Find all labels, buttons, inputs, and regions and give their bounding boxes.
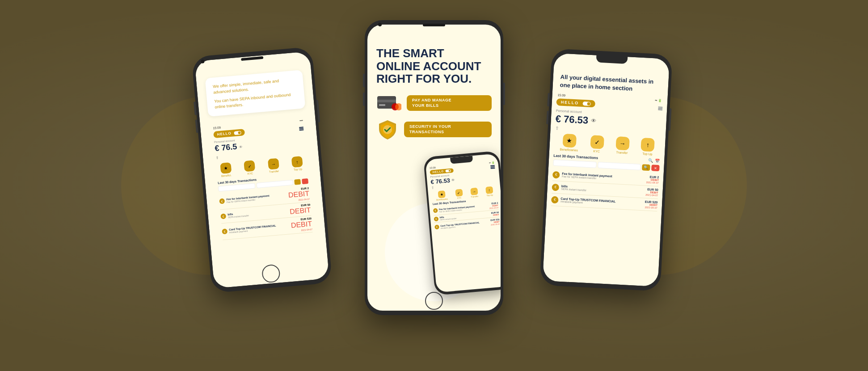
inner-action-transfer[interactable]: → Transfer — [470, 187, 478, 198]
phones-scene: We offer simple, immediate, safe and adv… — [166, 7, 702, 364]
right-transfer-icon: → — [615, 136, 630, 151]
topup-icon: ↑ — [291, 156, 303, 168]
volume-down-btn — [195, 119, 198, 133]
inner-kyc-icon: ✓ — [455, 189, 463, 196]
inner-phone-container: 15:09 ▪▪ 🔋 HELLO — [367, 158, 501, 292]
kyc-label: KYC — [247, 172, 253, 175]
right-tx-title: Last 30 days Transactions — [553, 154, 598, 160]
mini-action-beneficiaries[interactable]: ★ Benefici. — [220, 162, 232, 177]
mini-search-btn[interactable] — [294, 179, 301, 185]
inner-tx-2-icon: € — [434, 216, 438, 221]
center-volume-up — [363, 74, 365, 87]
right-volume-up — [547, 93, 550, 106]
center-volume-down — [363, 93, 365, 106]
right-action-ben[interactable]: ★ Beneficiaries — [560, 134, 579, 152]
inner-ben-icon: ★ — [438, 190, 445, 198]
right-balance: € 76.53 — [555, 113, 589, 126]
mini-tx-icon-2: € — [220, 214, 226, 219]
inner-eye: 👁 — [451, 178, 455, 182]
right-to-date-input[interactable] — [598, 162, 641, 170]
transfer-label: Transfer — [269, 170, 279, 173]
mini-clear-btn[interactable] — [302, 178, 308, 184]
security-badge-text: SECURITY IN YOURTRANSACTIONS — [409, 124, 486, 135]
right-phone-screen: All your digital essential assets in one… — [543, 53, 670, 287]
right-topup-icon: ↑ — [641, 138, 655, 152]
center-screen-content: THE SMARTONLINE ACCOUNTRIGHT FOR YOU. — [367, 25, 501, 311]
right-calendar-icon[interactable]: 📅 — [655, 159, 660, 164]
inner-tx-1-date: 2021-04-07 — [489, 207, 499, 210]
inner-action-topup[interactable]: ↑ Top Up — [485, 186, 493, 196]
svg-rect-2 — [379, 104, 385, 106]
center-home-button[interactable] — [425, 292, 443, 310]
right-tx-3-icon: € — [551, 196, 559, 204]
inner-tx-3-icon: € — [434, 224, 439, 229]
right-tx-action-icons: 🔍 📅 — [648, 158, 660, 163]
right-time: 15:09 — [557, 93, 565, 97]
right-filter-search-btn[interactable]: 🔍 — [642, 164, 650, 171]
inner-transfer-icon: → — [470, 187, 478, 195]
mini-balance: € 76.5 — [215, 142, 238, 153]
right-filter-clear-btn[interactable]: ✕ — [651, 165, 660, 172]
right-action-topup[interactable]: ↑ Top Up — [640, 138, 655, 156]
mini-tx-icon-1: € — [219, 198, 225, 204]
phone-right: All your digital essential assets in one… — [539, 48, 672, 291]
right-kyc-label: KYC — [593, 150, 600, 153]
right-topup-label: Top Up — [642, 152, 653, 156]
mini-action-topup[interactable]: ↑ Top Up — [291, 156, 303, 171]
right-tx-3-date: 2021-04-07 — [645, 206, 657, 209]
right-screen-content: All your digital essential assets in one… — [543, 53, 670, 287]
mini-toggle[interactable] — [234, 131, 241, 135]
inner-battery-icons: ▪▪ 🔋 — [489, 161, 495, 164]
inner-hello-text: HELLO — [433, 170, 444, 173]
inner-time: 15:09 — [430, 166, 436, 169]
inner-action-kyc[interactable]: ✓ KYC — [455, 189, 463, 199]
right-ben-label: Beneficiaries — [560, 148, 578, 152]
right-ben-icon: ★ — [562, 134, 577, 148]
feature-security: SECURITY IN YOURTRANSACTIONS — [376, 118, 492, 141]
mini-tx-icon-3: € — [222, 229, 228, 235]
svg-rect-1 — [377, 100, 396, 102]
bubble-text-2: You can have SEPA inbound and outbound o… — [214, 92, 298, 110]
right-tx-1-date: 2021-04-07 — [646, 181, 658, 184]
right-action-kyc[interactable]: ✓ KYC — [590, 135, 604, 153]
right-tx-1-icon: € — [552, 171, 560, 179]
right-from-date-input[interactable] — [553, 160, 596, 168]
right-tx-2-icon: € — [552, 184, 559, 191]
center-speaker — [423, 24, 445, 26]
center-title: THE SMARTONLINE ACCOUNTRIGHT FOR YOU. — [376, 47, 492, 85]
right-eye-icon: 👁 — [591, 118, 597, 124]
right-volume-down — [546, 111, 549, 124]
right-hello-bar: HELLO — [556, 98, 595, 108]
right-menu-icon[interactable] — [658, 107, 662, 110]
beneficiaries-label: Benefici. — [221, 174, 232, 177]
center-phone-screen: THE SMARTONLINE ACCOUNTRIGHT FOR YOU. — [367, 25, 501, 311]
mini-action-kyc[interactable]: ✓ KYC — [244, 160, 256, 176]
mini-menu-icon[interactable] — [299, 127, 304, 131]
bills-badge: PAY AND MANAGEYOUR BILLS — [407, 95, 492, 111]
phone-center: THE SMARTONLINE ACCOUNTRIGHT FOR YOU. — [365, 20, 503, 315]
tilted-inner-phone: 15:09 ▪▪ 🔋 HELLO — [423, 151, 501, 295]
left-mini-app: 15:09 ▪▪▪ HELLO Personal account — [209, 115, 317, 244]
right-toggle[interactable] — [582, 101, 590, 106]
inner-tx-3-date: 2021-04-07 — [491, 223, 500, 226]
center-power-btn — [503, 83, 505, 105]
right-action-transfer[interactable]: → Transfer — [615, 136, 629, 155]
inner-ben-label: Beneficiaries — [436, 198, 448, 201]
mini-battery: ▪▪▪ — [299, 119, 303, 122]
inner-action-ben[interactable]: ★ Beneficiaries — [435, 190, 448, 201]
inner-app-content: 15:09 ▪▪ 🔋 HELLO — [426, 160, 501, 235]
inner-toggle — [446, 169, 451, 172]
center-hero: THE SMARTONLINE ACCOUNTRIGHT FOR YOU. — [367, 38, 501, 154]
right-search-icon[interactable]: 🔍 — [648, 158, 653, 163]
right-hello-text: HELLO — [561, 100, 579, 105]
right-kyc-icon: ✓ — [590, 135, 604, 149]
inner-transfer-label: Transfer — [471, 195, 478, 198]
shield-icon — [376, 118, 399, 141]
inner-tx-1-icon: € — [433, 208, 438, 213]
right-quick-actions: ★ Beneficiaries ✓ KYC → Transfer ↑ — [554, 133, 661, 156]
mini-action-transfer[interactable]: → Transfer — [268, 158, 280, 173]
center-camera — [378, 23, 382, 26]
left-phone-screen: We offer simple, immediate, safe and adv… — [194, 51, 329, 289]
topup-label: Top Up — [294, 168, 302, 172]
inner-hamburger — [490, 165, 495, 169]
